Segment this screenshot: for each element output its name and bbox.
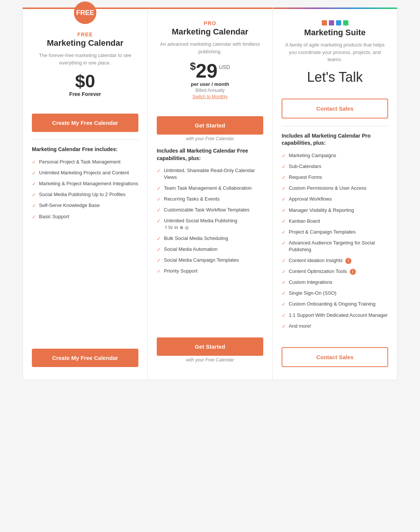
list-item: ✓Custom Permissions & User Access (282, 185, 388, 192)
list-item: ✓Unlimited, Shareable Read-Only Calendar… (157, 167, 263, 181)
check-icon: ✓ (32, 170, 36, 177)
pro-cta-subtitle-bottom: with your Free Calendar (157, 357, 263, 363)
free-plan-name: Marketing Calendar (32, 38, 138, 48)
list-item: ✓Social Media Automation (157, 246, 263, 253)
free-price-label: Free Forever (32, 91, 138, 97)
free-features-title: Marketing Calendar Free includes: (32, 146, 138, 153)
list-item: ✓Social Media Campaign Templates (157, 257, 263, 264)
list-item: ✓Sub-Calendars (282, 163, 388, 170)
check-icon: ✓ (157, 196, 161, 203)
suite-features-title: Includes all Marketing Calendar Pro capa… (282, 132, 388, 147)
check-icon: ✓ (282, 229, 286, 236)
free-price: $0 (32, 72, 138, 90)
check-icon: ✓ (282, 290, 286, 297)
free-col-header: FREE Marketing Calendar The forever-free… (32, 31, 138, 100)
check-icon: ✓ (282, 196, 286, 203)
pro-cta-button-bottom[interactable]: Get Started (157, 337, 263, 356)
free-divider (32, 139, 138, 140)
facebook-icon: f (165, 225, 166, 231)
list-item: ✓1:1 Support With Dedicated Account Mana… (282, 312, 388, 319)
check-icon: ✓ (157, 168, 161, 174)
check-icon: ✓ (157, 185, 161, 192)
free-price-block: $0 Free Forever (32, 72, 138, 97)
switch-to-monthly-link[interactable]: Switch to Monthly (192, 94, 228, 99)
check-icon: ✓ (282, 163, 286, 170)
check-icon: ✓ (282, 312, 286, 319)
suite-col-header: Marketing Suite A family of agile market… (282, 20, 388, 85)
optimization-badge: i (350, 269, 356, 275)
list-item: ✓Marketing Campaigns (282, 152, 388, 159)
suite-column: Marketing Suite A family of agile market… (272, 7, 398, 380)
free-col-footer: Create My Free Calendar (32, 335, 138, 369)
list-item: ✓Unlimited Marketing Projects and Conten… (32, 169, 138, 177)
ideation-badge: i (345, 258, 351, 264)
free-type-label: FREE (32, 31, 138, 37)
pro-price-block: $ 29 USD per user / month Billed Annuall… (157, 61, 263, 100)
suite-description: A family of agile marketing products tha… (282, 41, 388, 63)
check-icon: ✓ (282, 279, 286, 286)
list-item: ✓Single Sign-On (SSO) (282, 290, 388, 297)
check-icon: ✓ (157, 207, 161, 214)
check-icon: ✓ (282, 258, 286, 264)
pro-price-main: 29 (196, 61, 218, 81)
free-cta-button-bottom[interactable]: Create My Free Calendar (32, 349, 138, 367)
pro-cta-subtitle: with your Free Calendar (157, 136, 263, 141)
dot-blue (336, 20, 341, 25)
list-item: ✓Basic Support (32, 213, 138, 220)
list-item: ✓Approval Workflows (282, 196, 388, 203)
list-item: ✓Kanban Board (282, 218, 388, 225)
free-description: The forever-free marketing calendar to s… (32, 52, 138, 66)
pro-col-footer: Get Started with your Free Calendar (157, 324, 263, 369)
pro-price-unit: USD (219, 64, 230, 70)
list-item: ✓Marketing & Project Management Integrat… (32, 180, 138, 187)
list-item: ✓Bulk Social Media Scheduling (157, 235, 263, 242)
pro-type-label: PRO (157, 20, 263, 26)
pro-cta-button[interactable]: Get Started (157, 116, 263, 135)
list-item: ✓Advanced Audience Targeting for Social … (282, 240, 388, 253)
check-icon: ✓ (32, 192, 36, 198)
twitter-icon: 𝕎 (168, 225, 173, 231)
check-icon: ✓ (32, 202, 36, 209)
check-icon: ✓ (282, 240, 286, 247)
suite-feature-list: ✓Marketing Campaigns ✓Sub-Calendars ✓Req… (282, 152, 388, 334)
suite-cta-button-bottom[interactable]: Contact Sales (282, 347, 388, 367)
list-item: ✓Custom Onboarding & Ongoing Training (282, 301, 388, 308)
check-icon: ✓ (157, 257, 161, 264)
free-badge: FREE (74, 1, 96, 24)
suite-col-footer: Contact Sales (282, 334, 388, 369)
pro-col-header: PRO Marketing Calendar An advanced marke… (157, 20, 263, 103)
list-item: ✓Social Media Publishing Up to 2 Profile… (32, 191, 138, 198)
list-item: ✓Personal Project & Task Management (32, 159, 138, 166)
pro-column: PRO Marketing Calendar An advanced marke… (147, 7, 272, 380)
suite-lets-talk: Let's Talk (282, 69, 388, 85)
pro-billed: Billed Annually (157, 88, 263, 93)
pinterest-icon: ⊕ (180, 225, 183, 231)
list-item: ✓ Unlimited Social Media Publishing f 𝕎 … (157, 217, 263, 231)
pro-price-currency: $ (190, 61, 196, 72)
social-icons: f 𝕎 in ⊕ ◎ (165, 225, 189, 231)
list-item: ✓Content Ideation Insights i (282, 257, 388, 264)
instagram-icon: ◎ (185, 225, 189, 231)
list-item: ✓Manager Visibility & Reporting (282, 207, 388, 214)
check-icon: ✓ (32, 214, 36, 220)
list-item: ✓Priority Support (157, 268, 263, 275)
dot-purple (329, 20, 334, 25)
pro-description: An advanced marketing calendar with limi… (157, 40, 263, 55)
dot-green (343, 20, 348, 25)
check-icon: ✓ (282, 207, 286, 214)
free-cta-button[interactable]: Create My Free Calendar (32, 114, 138, 132)
list-item: ✓And more! (282, 323, 388, 330)
suite-divider (282, 126, 388, 126)
list-item: ✓Request Forms (282, 174, 388, 181)
pro-features-title: Includes all Marketing Calendar Free cap… (157, 147, 263, 162)
free-feature-list: ✓Personal Project & Task Management ✓Unl… (32, 159, 138, 335)
check-icon: ✓ (157, 218, 161, 225)
check-icon: ✓ (282, 174, 286, 181)
suite-dots (282, 20, 388, 25)
linkedin-icon: in (174, 225, 178, 231)
check-icon: ✓ (32, 159, 36, 166)
pro-price-per: per user / month (157, 81, 263, 87)
dot-orange (322, 20, 327, 25)
suite-cta-button[interactable]: Contact Sales (282, 99, 388, 118)
check-icon: ✓ (282, 218, 286, 225)
